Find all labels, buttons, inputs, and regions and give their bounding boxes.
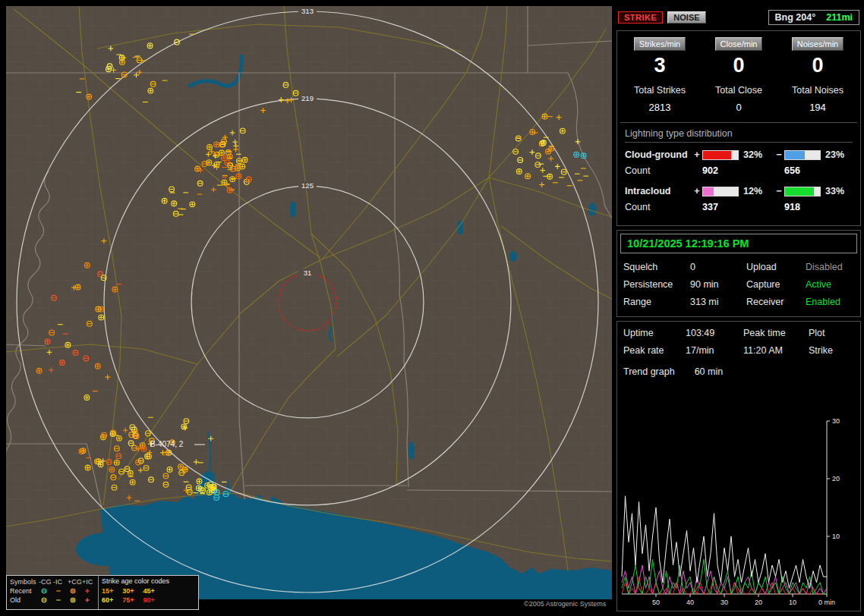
ic-minus-bar xyxy=(784,187,821,196)
plus-sign: + xyxy=(692,186,702,196)
noises-per-min-column: Noises/min 0 Total Noises 194 xyxy=(778,37,857,113)
cg-plus-percent: 32% xyxy=(739,149,774,160)
ic-plus-bar xyxy=(702,187,739,196)
status-panel: STRIKE NOISE Bng 204° 211mi Strikes/min … xyxy=(616,6,861,611)
range-label: Range xyxy=(623,297,690,307)
trend-graph-canvas: 30201050403020100 min xyxy=(620,418,857,609)
legend-age-section: Strike age color codes 15+ 30+ 45+ 60+ 7… xyxy=(98,576,198,609)
total-noises-label: Total Noises xyxy=(778,85,857,96)
age-code: 60+ xyxy=(102,596,113,604)
minus-sign: − xyxy=(774,186,784,196)
legend-header: +CG xyxy=(68,578,82,586)
panel-toolbar: STRIKE NOISE Bng 204° 211mi xyxy=(616,6,861,29)
strikes-per-min-column: Strikes/min 3 Total Strikes 2813 xyxy=(620,37,699,113)
legend-symbol xyxy=(82,586,93,596)
bearing-distance: 211mi xyxy=(826,12,853,23)
uptime-grid: Uptime 103:49 Peak time Plot Peak rate 1… xyxy=(620,328,857,356)
map-canvas[interactable]: B-4074, 2 31321912531 xyxy=(6,6,612,599)
ring-label: 125 xyxy=(301,181,314,190)
legend-symbol xyxy=(68,596,78,605)
trend-series-strike-rate xyxy=(622,496,827,589)
total-strikes-label: Total Strikes xyxy=(620,85,699,96)
rates-box: Strikes/min 3 Total Strikes 2813 Close/m… xyxy=(616,30,861,226)
capture-label: Capture xyxy=(746,279,806,290)
total-noises-value: 194 xyxy=(778,102,857,113)
y-tick-label: 20 xyxy=(832,475,840,482)
uptime-value: 103:49 xyxy=(686,328,743,338)
bearing-readout: Bng 204° 211mi xyxy=(768,10,859,25)
strikes-per-min-value: 3 xyxy=(620,54,699,77)
peak-rate-value: 17/min xyxy=(686,345,743,356)
noises-per-min-button[interactable]: Noises/min xyxy=(792,37,844,51)
legend-age-row: 15+ 30+ 45+ xyxy=(102,586,195,596)
age-code: 90+ xyxy=(143,596,155,604)
legend-age-title: Strike age color codes xyxy=(102,577,195,586)
cg-plus-count: 902 xyxy=(702,165,739,176)
total-close-value: 0 xyxy=(699,102,778,113)
minus-sign: − xyxy=(774,149,784,160)
plot-value: Strike xyxy=(809,345,854,356)
y-tick-label: 10 xyxy=(832,533,840,540)
receiver-label: Receiver xyxy=(746,297,806,307)
legend-symbol xyxy=(53,586,64,596)
age-code: 15+ xyxy=(102,587,113,595)
ic-minus-percent: 33% xyxy=(821,186,853,196)
settings-box: 10/21/2025 12:19:16 PM Squelch 0 Upload … xyxy=(616,230,861,317)
total-close-label: Total Close xyxy=(699,85,778,96)
ic-minus-count: 918 xyxy=(784,202,821,212)
count-label: Count xyxy=(625,165,692,176)
strikes-per-min-button[interactable]: Strikes/min xyxy=(634,37,686,51)
storm-cell-label: B-4074, 2 xyxy=(150,440,184,448)
uptime-label: Uptime xyxy=(623,328,686,338)
peak-rate-label: Peak rate xyxy=(623,345,686,356)
intracloud-label: Intracloud xyxy=(625,186,692,196)
persistence-label: Persistence xyxy=(623,279,690,290)
legend-symbols-section: Symbols -CG -IC +CG +IC Recent Old xyxy=(7,576,98,609)
current-timestamp: 10/21/2025 12:19:16 PM xyxy=(620,234,857,253)
distribution-title: Lightning type distribution xyxy=(625,126,853,143)
close-per-min-value: 0 xyxy=(699,54,778,77)
close-per-min-button[interactable]: Close/min xyxy=(715,37,763,51)
x-tick-label: 20 xyxy=(755,599,762,606)
trend-series-close-rate xyxy=(622,577,827,594)
upload-label: Upload xyxy=(746,262,806,272)
legend-header-row: Symbols -CG -IC +CG +IC xyxy=(10,577,96,586)
noise-toggle-button[interactable]: NOISE xyxy=(667,11,705,24)
intracloud-rows: Intracloud + 12% − 33% Count 337 918 xyxy=(625,186,853,212)
x-tick-label: 30 xyxy=(721,599,728,606)
x-tick-label: 10 xyxy=(789,599,796,606)
ring-label: 31 xyxy=(304,269,312,277)
legend-recent-row: Recent xyxy=(10,586,96,596)
legend-header: -CG xyxy=(39,578,53,586)
peak-time-value: 11:20 AM xyxy=(743,345,809,356)
plus-sign: + xyxy=(692,149,702,160)
legend-symbol xyxy=(39,586,49,596)
ic-plus-percent: 12% xyxy=(739,186,774,196)
lightning-map[interactable]: B-4074, 2 31321912531 xyxy=(6,6,612,599)
squelch-value: 0 xyxy=(690,262,746,272)
legend-symbol xyxy=(53,596,64,605)
trend-box: Uptime 103:49 Peak time Plot Peak rate 1… xyxy=(616,321,861,611)
age-code: 75+ xyxy=(122,596,134,604)
capture-value: Active xyxy=(806,279,854,290)
age-code: 30+ xyxy=(122,587,134,595)
close-per-min-column: Close/min 0 Total Close 0 xyxy=(699,37,778,113)
cg-minus-bar xyxy=(784,150,821,160)
x-tick-label: 50 xyxy=(652,599,660,606)
trend-window-value: 60 min xyxy=(695,366,724,377)
legend-age-row: 60+ 75+ 90+ xyxy=(102,596,195,605)
age-code: 45+ xyxy=(143,587,155,595)
legend-old-row: Old xyxy=(10,596,96,605)
range-value: 313 mi xyxy=(690,297,746,307)
legend-header: +IC xyxy=(82,578,96,586)
map-legend: Symbols -CG -IC +CG +IC Recent Old Strik… xyxy=(6,575,199,610)
trend-label-row: Trend graph 60 min xyxy=(620,356,857,377)
cg-minus-percent: 23% xyxy=(821,149,853,160)
plot-label: Plot xyxy=(809,328,854,338)
lightning-distribution-section: Lightning type distribution Cloud-ground… xyxy=(620,122,857,212)
ring-label: 219 xyxy=(301,94,314,102)
squelch-label: Squelch xyxy=(623,262,690,272)
cg-minus-count: 656 xyxy=(784,165,821,176)
strike-toggle-button[interactable]: STRIKE xyxy=(618,11,663,24)
x-tick-label: 40 xyxy=(686,599,694,606)
